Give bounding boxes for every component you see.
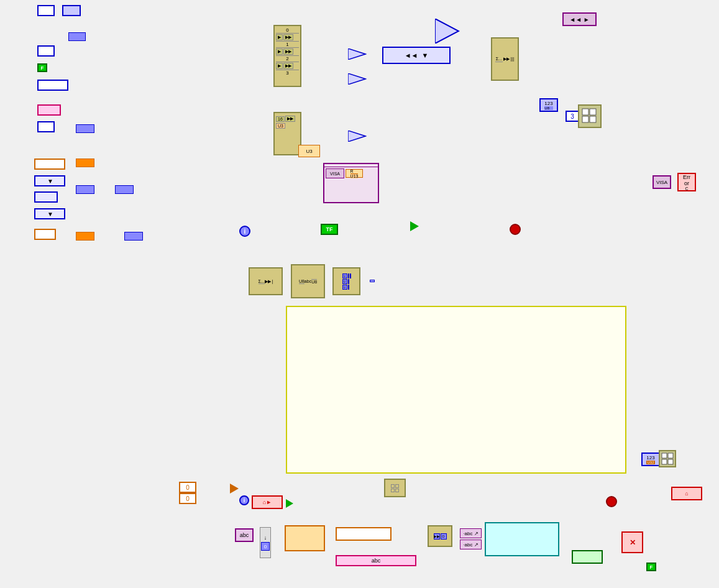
amp-triangle-1: [348, 48, 367, 60]
state-cluster-1: Σ... ▶▶ |||: [491, 37, 519, 81]
u8-node-top: [62, 5, 81, 16]
svg-rect-88: [668, 459, 673, 464]
abc-right-1: ·abc ↗: [460, 528, 482, 538]
visa-read-box: VISA RU13: [323, 163, 379, 203]
none-dropdown-1[interactable]: ▼: [34, 175, 65, 186]
timeout-val[interactable]: [37, 80, 68, 91]
svg-rect-83: [590, 109, 596, 115]
num-0-orange-2[interactable]: 0: [179, 493, 196, 504]
u32-baud-rate: [76, 158, 94, 167]
consumer-cluster-conv: U8 abc U8: [291, 264, 325, 298]
u16-flow-control: [124, 232, 143, 241]
abc-file-name[interactable]: abc: [336, 555, 416, 566]
num-8[interactable]: [37, 121, 55, 132]
num-123-box: 123 U8: [539, 98, 558, 112]
num-1[interactable]: [37, 45, 55, 57]
run-arrow-upper: [410, 221, 419, 231]
svg-marker-80: [435, 19, 459, 44]
svg-rect-85: [662, 453, 667, 458]
tf-box-upper[interactable]: TF: [321, 224, 338, 235]
size-123-box: 123 U32: [641, 452, 660, 466]
svg-marker-79: [348, 131, 365, 142]
stop-circle-upper[interactable]: [510, 224, 521, 235]
stop-btn-consumer[interactable]: ⌂ ►: [252, 495, 283, 509]
svg-rect-84: [590, 116, 596, 122]
abc-box-left: abc: [235, 528, 254, 542]
recorded-value[interactable]: [336, 527, 392, 541]
svg-marker-78: [348, 73, 365, 85]
svg-rect-81: [582, 109, 588, 115]
u16-stop-bits: [115, 185, 134, 194]
consumer-array-conv: Σ... ▶▶ |: [249, 267, 283, 295]
current-state-display[interactable]: ◄◄ ►: [562, 12, 597, 26]
initial-state-box[interactable]: ◄◄ ▼: [382, 47, 451, 64]
note-line5: [293, 327, 619, 341]
array-to-dbl: U U U: [332, 267, 360, 295]
val-1-0[interactable]: [34, 191, 58, 203]
svg-rect-86: [662, 459, 667, 464]
orange-arrow: [230, 484, 239, 494]
svg-rect-87: [668, 453, 673, 458]
red-x-icon: ✕: [621, 531, 643, 553]
path-box[interactable]: [572, 550, 603, 564]
num-0-orange-1[interactable]: 0: [179, 482, 196, 493]
u16-parity: [76, 185, 94, 194]
consumer-note: [286, 306, 626, 474]
error-icon: ErrorC: [677, 173, 696, 191]
n-arrow: ↓ 0: [260, 527, 271, 558]
none-dropdown-2[interactable]: ▼: [34, 208, 65, 219]
f-toggle-bottom[interactable]: F: [646, 563, 656, 571]
u8-end-packet: [68, 32, 86, 41]
stop-btn-right[interactable]: ⌂: [671, 487, 702, 500]
baud-val[interactable]: [34, 158, 65, 170]
visa-out-icon: VISA: [653, 175, 671, 189]
size-cluster: [659, 450, 676, 467]
u32-byte-count: [76, 232, 94, 241]
visa-resource-val[interactable]: [37, 104, 61, 116]
info-button-consumer[interactable]: i: [239, 495, 249, 505]
enable-toggle[interactable]: F: [37, 63, 47, 72]
teal-box-main: [485, 522, 559, 556]
num-3-right[interactable]: 3: [566, 111, 579, 122]
amp-triangle-3: [348, 131, 367, 142]
svg-marker-77: [348, 48, 365, 60]
abc-right-2: ·abc ↗: [460, 540, 482, 549]
amp-triangle-2: [348, 73, 367, 85]
get-last-substr-box: [285, 525, 325, 551]
num-2[interactable]: [37, 5, 55, 16]
svg-rect-82: [582, 116, 588, 122]
stop-circle-consumer[interactable]: [606, 496, 617, 507]
cluster-right: [578, 104, 602, 128]
u16-data-bits: [76, 124, 94, 133]
run-arrow-consumer: [286, 499, 293, 508]
array-merge-block: ▶▶ D: [428, 525, 452, 547]
u8-small-node: U3: [298, 145, 320, 157]
consumer-bottom-cluster: [384, 479, 406, 497]
info-button-upper[interactable]: i: [239, 226, 250, 237]
number-array-block-2: 16 ▶▶ U3: [273, 112, 301, 155]
comparator-triangle: [435, 19, 460, 44]
number-array-block: 0 ▶ ▶▶ 1 ▶ ▶▶ 2 ▶ ▶▶ 3: [273, 25, 301, 87]
byte-count-val[interactable]: [34, 229, 56, 240]
note-line3: [293, 313, 619, 327]
dbl-label: [370, 280, 375, 282]
